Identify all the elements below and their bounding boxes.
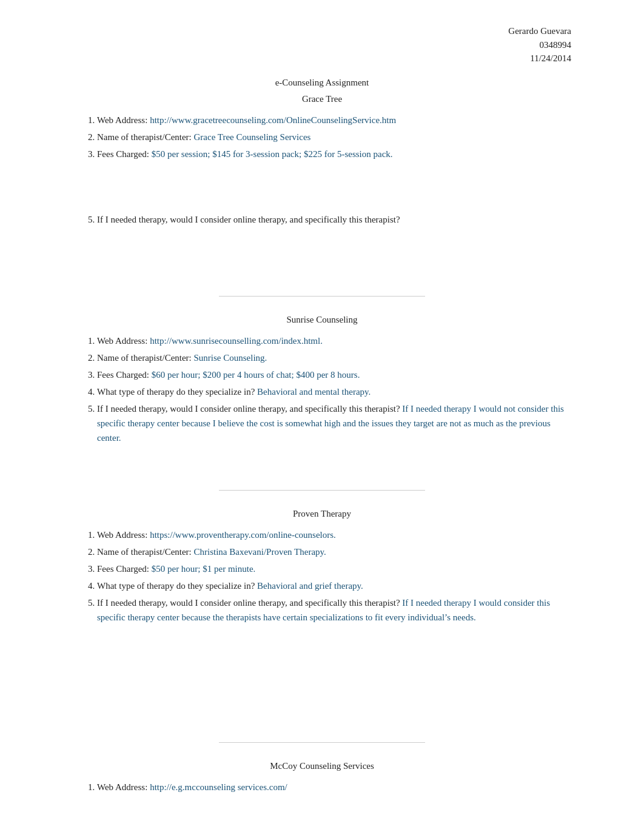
list-item-5: If I needed therapy, would I consider on… [97,595,571,625]
section-title-mccoy: McCoy Counseling Services [73,761,571,771]
proven-list: Web Address: https://www.proventherapy.c… [73,528,571,625]
section-title-sunrise: Sunrise Counseling [73,315,571,325]
label: Name of therapist/Center: [97,547,194,557]
therapist-name: Christina Baxevani/Proven Therapy. [194,547,326,557]
date: 11/24/2014 [73,52,571,65]
grace-tree-list-5: If I needed therapy, would I consider on… [73,212,571,227]
list-item: Name of therapist/Center: Sunrise Counse… [97,350,571,365]
label: Web Address: [97,530,150,540]
fees: $50 per session; $145 for 3-session pack… [152,149,393,159]
header-info: Gerardo Guevara 0348994 11/24/2014 [73,24,571,65]
item5-question: If I needed therapy, would I consider on… [97,215,400,224]
fees: $50 per hour; $1 per minute. [152,564,256,574]
list-item: Fees Charged: $60 per hour; $200 per 4 h… [97,367,571,382]
divider-2 [219,490,425,491]
list-item: Web Address: http://e.g.mccounseling ser… [97,780,571,794]
list-item: What type of therapy do they specialize … [97,384,571,399]
large-spacer [73,627,571,724]
list-item: Web Address: https://www.proventherapy.c… [97,528,571,542]
therapist-name: Sunrise Counseling. [194,353,267,363]
web-address-link[interactable]: http://www.sunrisecounselling.com/index.… [150,336,323,346]
list-item: Name of therapist/Center: Grace Tree Cou… [97,130,571,144]
mccoy-list: Web Address: http://e.g.mccounseling ser… [73,780,571,794]
student-id: 0348994 [73,38,571,52]
web-address-link[interactable]: http://e.g.mccounseling services.com/ [150,782,287,792]
label: What type of therapy do they specialize … [97,387,257,397]
sunrise-list: Web Address: http://www.sunrisecounselli… [73,334,571,445]
section-title-grace-tree: Grace Tree [73,94,571,104]
label: Web Address: [97,336,150,346]
fees: $60 per hour; $200 per 4 hours of chat; … [152,370,360,380]
label: Fees Charged: [97,564,152,574]
spacer-sm [73,448,571,472]
list-item: What type of therapy do they specialize … [97,578,571,593]
item5-question: If I needed therapy, would I consider on… [97,404,402,414]
list-item: Fees Charged: $50 per session; $145 for … [97,147,571,161]
therapy-type: Behavioral and mental therapy. [257,387,371,397]
section-mccoy: McCoy Counseling Services Web Address: h… [73,761,571,794]
list-item: Name of therapist/Center: Christina Baxe… [97,545,571,559]
grace-tree-list: Web Address: http://www.gracetreecounsel… [73,113,571,161]
spacer-between [73,229,571,278]
section-title-proven: Proven Therapy [73,509,571,519]
web-address-link[interactable]: https://www.proventherapy.com/online-cou… [150,530,336,540]
web-address-link[interactable]: http://www.gracetreecounseling.com/Onlin… [150,115,396,125]
list-item: Fees Charged: $50 per hour; $1 per minut… [97,562,571,576]
list-item: Web Address: http://www.sunrisecounselli… [97,334,571,348]
label: Web Address: [97,115,150,125]
section-grace-tree: Grace Tree Web Address: http://www.grace… [73,94,571,227]
section-proven: Proven Therapy Web Address: https://www.… [73,509,571,625]
label: Name of therapist/Center: [97,353,194,363]
student-name: Gerardo Guevara [73,24,571,38]
label: Name of therapist/Center: [97,132,194,142]
label: Web Address: [97,782,150,792]
assignment-title: e-Counseling Assignment [73,78,571,88]
list-item: Web Address: http://www.gracetreecounsel… [97,113,571,127]
list-item-5: If I needed therapy, would I consider on… [97,212,571,227]
label: Fees Charged: [97,149,152,159]
divider-3 [219,742,425,743]
spacer [73,164,571,212]
list-item-5: If I needed therapy, would I consider on… [97,401,571,445]
divider [219,296,425,297]
item5-question: If I needed therapy, would I consider on… [97,598,402,608]
label: What type of therapy do they specialize … [97,581,257,591]
label: Fees Charged: [97,370,152,380]
therapy-type: Behavioral and grief therapy. [257,581,363,591]
section-sunrise: Sunrise Counseling Web Address: http://w… [73,315,571,445]
therapist-name: Grace Tree Counseling Services [194,132,311,142]
